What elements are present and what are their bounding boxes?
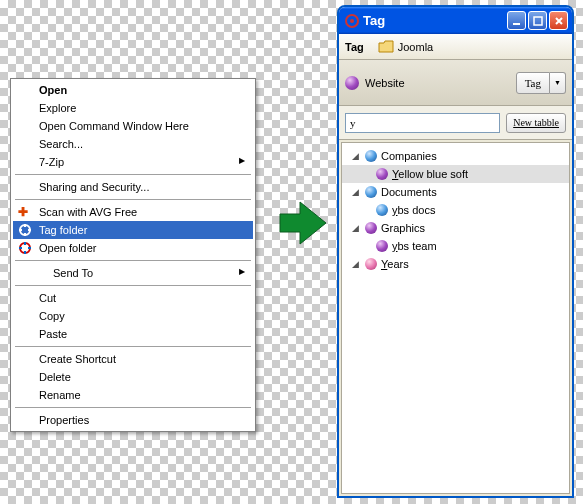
avg-icon: ✚: [18, 205, 32, 219]
close-icon: [554, 16, 564, 26]
tree-view[interactable]: ◢ Companies Yellow blue soft ◢ Documents…: [341, 142, 570, 494]
tag-dropdown[interactable]: ▼: [550, 72, 566, 94]
collapse-icon[interactable]: ◢: [352, 259, 361, 269]
tree-label: Years: [381, 258, 409, 270]
new-table-button[interactable]: New tabble: [506, 113, 566, 133]
menu-delete[interactable]: Delete: [13, 368, 253, 386]
minimize-button[interactable]: [507, 11, 526, 30]
tag-combo: Tag ▼: [516, 72, 566, 94]
breadcrumb-root[interactable]: Tag: [345, 41, 364, 53]
breadcrumb-bar: Tag Joomla: [339, 34, 572, 60]
location-label: Website: [365, 77, 405, 89]
breadcrumb-path[interactable]: Joomla: [398, 41, 433, 53]
svg-rect-4: [513, 23, 520, 25]
folder-icon: [378, 40, 394, 54]
tree-node-ybs-docs[interactable]: ybs docs: [342, 201, 569, 219]
separator: [15, 260, 251, 261]
separator: [15, 174, 251, 175]
menu-sharing[interactable]: Sharing and Security...: [13, 178, 253, 196]
collapse-icon[interactable]: ◢: [352, 151, 361, 161]
sphere-icon: [345, 76, 359, 90]
location-bar: Website Tag ▼: [339, 60, 572, 106]
tree-node-documents[interactable]: ◢ Documents: [342, 183, 569, 201]
sphere-icon: [376, 240, 388, 252]
menu-label: Tag folder: [39, 224, 87, 236]
menu-open[interactable]: Open: [13, 81, 253, 99]
tree-node-years[interactable]: ◢ Years: [342, 255, 569, 273]
tree-node-companies[interactable]: ◢ Companies: [342, 147, 569, 165]
tag-window: Tag Tag Joomla Website Tag ▼ New tabble: [337, 5, 574, 498]
menu-open-folder[interactable]: Open folder: [13, 239, 253, 257]
search-input[interactable]: [345, 113, 500, 133]
separator: [15, 407, 251, 408]
sphere-icon: [365, 258, 377, 270]
context-menu: Open Explore Open Command Window Here Se…: [10, 78, 256, 432]
separator: [15, 199, 251, 200]
menu-label: Scan with AVG Free: [39, 206, 137, 218]
menu-label: Open folder: [39, 242, 96, 254]
separator: [15, 346, 251, 347]
tree-node-graphics[interactable]: ◢ Graphics: [342, 219, 569, 237]
tree-label: Companies: [381, 150, 437, 162]
menu-7zip[interactable]: 7-Zip: [13, 153, 253, 171]
sphere-icon: [365, 150, 377, 162]
sphere-icon: [376, 204, 388, 216]
tree-label: ybs team: [392, 240, 437, 252]
tree-label: Graphics: [381, 222, 425, 234]
menu-open-cmd[interactable]: Open Command Window Here: [13, 117, 253, 135]
separator: [15, 285, 251, 286]
target-icon: [18, 223, 32, 237]
tree-label: Documents: [381, 186, 437, 198]
menu-create-shortcut[interactable]: Create Shortcut: [13, 350, 253, 368]
menu-send-to[interactable]: Send To: [13, 264, 253, 282]
svg-rect-5: [534, 17, 542, 25]
sphere-icon: [365, 186, 377, 198]
collapse-icon[interactable]: ◢: [352, 223, 361, 233]
minimize-icon: [512, 16, 522, 26]
sphere-icon: [365, 222, 377, 234]
menu-scan-avg[interactable]: ✚ Scan with AVG Free: [13, 203, 253, 221]
menu-search[interactable]: Search...: [13, 135, 253, 153]
target-icon: [18, 241, 32, 255]
collapse-icon[interactable]: ◢: [352, 187, 361, 197]
menu-rename[interactable]: Rename: [13, 386, 253, 404]
menu-tag-folder[interactable]: Tag folder: [13, 221, 253, 239]
search-bar: New tabble: [339, 106, 572, 140]
tree-node-yellow-blue-soft[interactable]: Yellow blue soft: [342, 165, 569, 183]
maximize-icon: [533, 16, 543, 26]
app-icon: [345, 14, 359, 28]
arrow-icon: [278, 198, 328, 248]
menu-explore[interactable]: Explore: [13, 99, 253, 117]
menu-cut[interactable]: Cut: [13, 289, 253, 307]
tag-button[interactable]: Tag: [516, 72, 550, 94]
tree-label: Yellow blue soft: [392, 168, 468, 180]
menu-properties[interactable]: Properties: [13, 411, 253, 429]
svg-point-3: [350, 19, 354, 23]
close-button[interactable]: [549, 11, 568, 30]
maximize-button[interactable]: [528, 11, 547, 30]
sphere-icon: [376, 168, 388, 180]
tree-node-ybs-team[interactable]: ybs team: [342, 237, 569, 255]
menu-paste[interactable]: Paste: [13, 325, 253, 343]
menu-copy[interactable]: Copy: [13, 307, 253, 325]
titlebar[interactable]: Tag: [339, 7, 572, 34]
tree-label: ybs docs: [392, 204, 435, 216]
window-title: Tag: [363, 13, 385, 28]
